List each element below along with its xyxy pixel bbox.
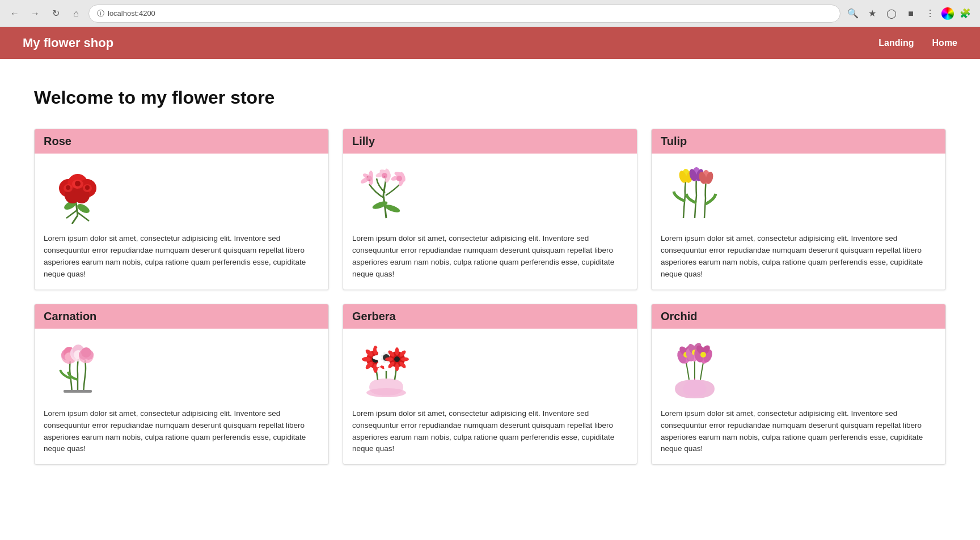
flower-card-lilly[interactable]: Lilly — [343, 129, 637, 290]
svg-rect-59 — [64, 390, 92, 393]
chrome-icon[interactable] — [941, 7, 954, 20]
nav-link-home[interactable]: Home — [932, 38, 957, 48]
nav-brand[interactable]: My flower shop — [23, 36, 113, 50]
flower-card-body-lilly: Lorem ipsum dolor sit amet, consectetur … — [343, 154, 637, 290]
svg-point-84 — [395, 347, 399, 355]
flower-description-carnation: Lorem ipsum dolor sit amet, consectetur … — [44, 408, 319, 456]
flower-image-lilly — [352, 163, 420, 225]
flower-name-rose: Rose — [44, 135, 71, 147]
nav-links: Landing Home — [878, 38, 957, 48]
svg-point-14 — [66, 185, 70, 190]
flower-description-tulip: Lorem ipsum dolor sit amet, consectetur … — [661, 233, 936, 280]
svg-point-34 — [367, 176, 369, 177]
home-button[interactable]: ⌂ — [68, 6, 84, 22]
flower-name-tulip: Tulip — [661, 135, 687, 147]
flower-name-orchid: Orchid — [661, 310, 697, 322]
flower-card-header-tulip: Tulip — [652, 129, 945, 154]
flower-description-gerbera: Lorem ipsum dolor sit amet, consectetur … — [352, 408, 628, 456]
svg-point-17 — [384, 203, 401, 214]
svg-point-15 — [85, 185, 90, 190]
flower-image-gerbera — [352, 338, 420, 400]
flower-name-lilly: Lilly — [352, 135, 375, 147]
profile-icon[interactable]: ◯ — [884, 6, 899, 22]
svg-point-58 — [81, 347, 91, 358]
flower-description-orchid: Lorem ipsum dolor sit amet, consectetur … — [661, 408, 936, 456]
bookmark-icon[interactable]: ★ — [864, 6, 880, 22]
flower-image-carnation — [44, 338, 112, 400]
app-navbar: My flower shop Landing Home — [0, 27, 980, 59]
flower-card-gerbera[interactable]: Gerbera — [343, 304, 637, 465]
flower-card-rose[interactable]: Rose — [34, 129, 329, 290]
svg-point-111 — [700, 352, 706, 358]
flower-card-body-tulip: Lorem ipsum dolor sit amet, consectetur … — [652, 154, 945, 290]
svg-point-65 — [362, 357, 371, 362]
page-title: Welcome to my flower store — [34, 87, 946, 108]
svg-point-35 — [384, 176, 386, 177]
svg-point-87 — [401, 358, 409, 362]
flower-card-header-orchid: Orchid — [652, 304, 945, 329]
flower-card-orchid[interactable]: Orchid — [651, 304, 946, 465]
svg-point-76 — [373, 355, 382, 360]
svg-point-32 — [396, 176, 402, 181]
svg-point-74 — [384, 344, 388, 353]
flower-image-rose — [44, 163, 112, 225]
flower-card-header-lilly: Lilly — [343, 129, 637, 154]
flower-card-body-rose: Lorem ipsum dolor sit amet, consectetur … — [35, 154, 328, 290]
main-content: Welcome to my flower store Rose — [0, 59, 980, 540]
url-text: localhost:4200 — [108, 9, 155, 18]
svg-point-92 — [394, 356, 400, 362]
forward-button[interactable]: → — [27, 6, 43, 22]
flower-card-body-orchid: Lorem ipsum dolor sit amet, consectetur … — [652, 329, 945, 465]
puzzle-icon[interactable]: 🧩 — [957, 6, 973, 22]
flower-description-rose: Lorem ipsum dolor sit amet, consectetur … — [44, 233, 319, 280]
flower-card-body-carnation: Lorem ipsum dolor sit amet, consectetur … — [35, 329, 328, 465]
flower-card-header-gerbera: Gerbera — [343, 304, 637, 329]
svg-line-0 — [72, 215, 78, 224]
flower-name-gerbera: Gerbera — [352, 310, 396, 322]
address-bar[interactable]: ⓘ localhost:4200 — [88, 5, 840, 23]
flower-card-tulip[interactable]: Tulip — [651, 129, 946, 290]
svg-point-86 — [385, 358, 393, 362]
flower-card-body-gerbera: Lorem ipsum dolor sit amet, consectetur … — [343, 329, 637, 465]
flower-image-orchid — [661, 338, 729, 400]
flower-name-carnation: Carnation — [44, 310, 96, 322]
svg-line-2 — [78, 212, 89, 221]
flower-description-lilly: Lorem ipsum dolor sit amet, consectetur … — [352, 233, 628, 280]
flower-image-tulip — [661, 163, 729, 225]
nav-link-landing[interactable]: Landing — [878, 38, 914, 48]
svg-point-75 — [384, 362, 388, 371]
browser-tools: 🔍 ★ ◯ ■ ⋮ 🧩 — [845, 6, 973, 22]
flower-card-header-rose: Rose — [35, 129, 328, 154]
flower-card-header-carnation: Carnation — [35, 304, 328, 329]
browser-chrome: ← → ↻ ⌂ ⓘ localhost:4200 🔍 ★ ◯ ■ ⋮ 🧩 — [0, 0, 980, 27]
extensions-icon[interactable]: ■ — [903, 6, 919, 22]
svg-point-85 — [395, 363, 399, 371]
security-icon: ⓘ — [97, 8, 104, 19]
flower-card-carnation[interactable]: Carnation — [34, 304, 329, 465]
svg-point-13 — [75, 181, 81, 186]
search-icon[interactable]: 🔍 — [845, 6, 861, 22]
svg-point-33 — [369, 179, 370, 181]
menu-icon[interactable]: ⋮ — [922, 6, 938, 22]
flower-grid: Rose — [34, 129, 946, 465]
reload-button[interactable]: ↻ — [48, 6, 64, 22]
back-button[interactable]: ← — [7, 6, 23, 22]
